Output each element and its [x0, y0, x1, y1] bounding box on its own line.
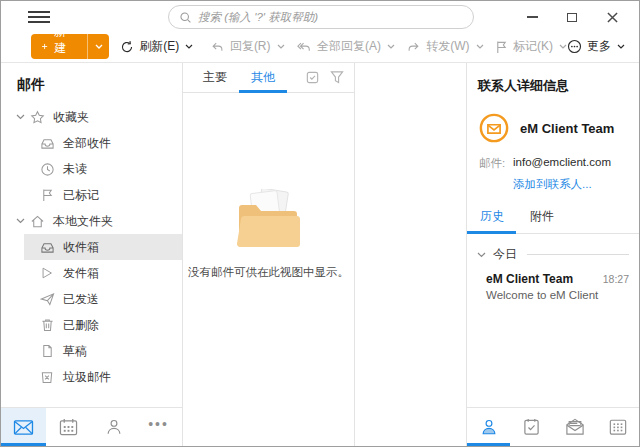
sidebar-item-label: 垃圾邮件 [63, 369, 111, 386]
history-item-sender: eM Client Team [486, 272, 603, 286]
sidebar-item-junk[interactable]: 垃圾邮件 [1, 364, 182, 390]
tab-history[interactable]: 历史 [478, 208, 506, 233]
close-button[interactable] [605, 10, 619, 24]
junk-icon [40, 370, 54, 384]
sidebar-item-label: 本地文件夹 [53, 213, 113, 230]
tab-attachments-label: 附件 [530, 209, 554, 223]
search-input[interactable] [198, 11, 463, 23]
history-group-today[interactable]: 今日 [467, 234, 639, 263]
forward-icon [406, 40, 421, 54]
widget-tasks[interactable] [510, 408, 553, 446]
ellipsis-icon: ••• [148, 416, 169, 438]
sidebar-item-label: 已删除 [63, 317, 99, 334]
home-icon [30, 214, 45, 229]
sidebar-item-label: 已发送 [63, 291, 99, 308]
star-icon [30, 110, 45, 125]
widget-agenda[interactable] [596, 408, 639, 446]
search-box[interactable] [168, 5, 474, 29]
trash-icon [41, 318, 54, 332]
sidebar-item-all-inboxes[interactable]: 全部收件 [1, 130, 182, 156]
select-mode-icon[interactable] [305, 70, 320, 85]
contact-detail-panel: 联系人详细信息 eM Client Team 邮件: info@emclient… [467, 63, 639, 446]
title-bar [1, 1, 639, 33]
empty-state-text: 没有邮件可供在此视图中显示。 [188, 265, 349, 280]
more-button[interactable]: 更多 [567, 38, 625, 55]
reply-all-label: 全部回复(A) [317, 38, 381, 55]
clock-icon [40, 162, 55, 177]
chevron-down-icon [16, 218, 25, 224]
menu-icon[interactable] [28, 8, 50, 26]
sidebar-item-label: 未读 [63, 161, 87, 178]
minimize-button[interactable] [525, 10, 539, 24]
chevron-down-icon [277, 44, 285, 49]
tab-attachments[interactable]: 附件 [528, 208, 556, 233]
new-dropdown[interactable] [87, 34, 109, 59]
flag-icon [495, 40, 508, 54]
widget-mail-open[interactable] [553, 408, 596, 446]
sidebar-item-local-folders[interactable]: 本地文件夹 [1, 208, 182, 234]
sidebar-item-drafts[interactable]: 草稿 [1, 338, 182, 364]
module-nav: ••• [1, 407, 182, 446]
open-envelope-icon [565, 418, 585, 436]
history-item-time: 18:27 [603, 273, 629, 285]
history-group-label: 今日 [493, 246, 517, 263]
reply-button[interactable]: 回复(R) [210, 38, 285, 55]
sidebar-item-label: 发件箱 [63, 265, 99, 282]
sidebar-widget-nav [467, 407, 639, 446]
flag-icon [41, 188, 54, 202]
nav-more[interactable]: ••• [136, 408, 181, 446]
history-item-subject: Welcome to eM Client [486, 289, 629, 301]
sidebar-title: 邮件 [1, 63, 182, 104]
task-check-icon [523, 418, 540, 436]
emclient-logo-avatar [479, 113, 509, 143]
nav-calendar[interactable] [46, 408, 91, 446]
sent-icon [40, 292, 55, 306]
inbox-icon [40, 136, 55, 150]
search-icon [179, 11, 192, 24]
outbox-icon [40, 266, 54, 280]
flag-label: 标记(K) [513, 38, 553, 55]
mail-sidebar: 邮件 收藏夹 全部收件 未读 已标记 [1, 63, 182, 446]
sidebar-item-label: 收藏夹 [53, 109, 89, 126]
sidebar-item-flagged[interactable]: 已标记 [1, 182, 182, 208]
sidebar-item-favorites[interactable]: 收藏夹 [1, 104, 182, 130]
empty-folder-icon [233, 189, 305, 251]
sidebar-item-unread[interactable]: 未读 [1, 156, 182, 182]
contact-email: info@emclient.com [513, 156, 611, 171]
more-label: 更多 [587, 38, 611, 55]
flag-button[interactable]: 标记(K) [495, 38, 567, 55]
sidebar-item-label: 已标记 [63, 187, 99, 204]
refresh-icon [120, 40, 134, 54]
chevron-down-icon [477, 252, 486, 258]
message-list-tabs: 主要 其他 [183, 63, 354, 93]
filter-icon[interactable] [330, 70, 344, 85]
chevron-down-icon [95, 44, 103, 49]
nav-contacts[interactable] [91, 408, 136, 446]
tab-other[interactable]: 其他 [239, 63, 287, 92]
refresh-button[interactable]: 刷新(E) [120, 38, 193, 55]
close-icon [607, 12, 618, 23]
sidebar-item-label: 全部收件 [63, 135, 111, 152]
forward-label: 转发(W) [426, 38, 469, 55]
widget-contact[interactable] [467, 408, 510, 446]
sidebar-item-outbox[interactable]: 发件箱 [1, 260, 182, 286]
forward-button[interactable]: 转发(W) [406, 38, 483, 55]
nav-mail[interactable] [1, 408, 46, 446]
reply-icon [210, 40, 225, 54]
window-controls [525, 10, 639, 24]
reply-all-button[interactable]: 全部回复(A) [296, 38, 395, 55]
chevron-down-icon [387, 44, 395, 49]
sidebar-item-inbox[interactable]: 收件箱 [1, 234, 182, 260]
add-to-contacts-link[interactable]: 添加到联系人... [467, 171, 639, 192]
message-list-panel: 主要 其他 没有邮件可供在此视图中显示。 [183, 63, 354, 446]
maximize-button[interactable] [565, 10, 579, 24]
refresh-label: 刷新(E) [139, 38, 179, 55]
history-item[interactable]: eM Client Team 18:27 Welcome to eM Clien… [467, 263, 639, 301]
new-button[interactable]: 新建(N) [31, 34, 109, 59]
app-window: 新建(N) 刷新(E) 回复(R) 全部回复(A) 转发(W) [0, 0, 640, 447]
sidebar-item-trash[interactable]: 已删除 [1, 312, 182, 338]
chevron-down-icon [16, 114, 25, 120]
sidebar-item-sent[interactable]: 已发送 [1, 286, 182, 312]
plus-icon [41, 40, 48, 53]
tab-primary[interactable]: 主要 [191, 63, 239, 92]
